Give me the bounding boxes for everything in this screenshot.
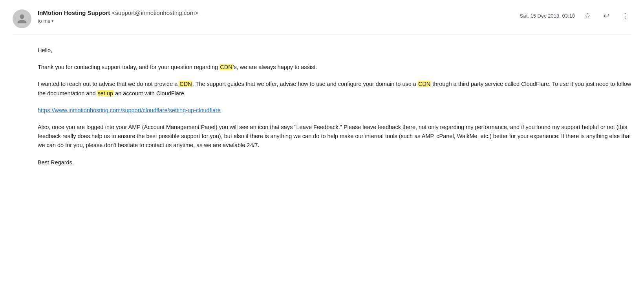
avatar	[13, 9, 31, 28]
reply-button[interactable]: ↩	[600, 9, 613, 22]
more-options-icon: ⋮	[621, 11, 629, 20]
paragraph2: I wanted to reach out to advise that we …	[38, 80, 631, 98]
star-icon: ☆	[584, 11, 591, 20]
email-date: Sat, 15 Dec 2018, 03:10	[520, 13, 575, 19]
star-button[interactable]: ☆	[581, 9, 594, 22]
chevron-down-icon: ▾	[51, 18, 54, 24]
email-header: InMotion Hosting Support <support@inmoti…	[13, 9, 631, 35]
sender-name-line: InMotion Hosting Support <support@inmoti…	[38, 9, 198, 16]
cloudflare-link[interactable]: https://www.inmotionhosting.com/support/…	[38, 107, 221, 113]
greeting-paragraph: Hello,	[38, 46, 631, 55]
header-actions: Sat, 15 Dec 2018, 03:10 ☆ ↩ ⋮	[520, 9, 631, 22]
sender-name: InMotion Hosting Support	[38, 9, 110, 16]
sender-section: InMotion Hosting Support <support@inmoti…	[13, 9, 198, 28]
greeting-text: Hello,	[38, 47, 52, 53]
email-body: Hello, Thank you for contacting support …	[13, 43, 631, 167]
sender-info: InMotion Hosting Support <support@inmoti…	[38, 9, 198, 24]
cdn-highlight-1: CDN	[220, 64, 232, 70]
to-me-dropdown[interactable]: to me ▾	[38, 18, 198, 24]
setup-highlight: set up	[97, 90, 114, 96]
cdn-highlight-3: CDN	[418, 81, 431, 87]
avatar-person-icon	[16, 13, 27, 24]
cdn-highlight-2: CDN	[179, 81, 192, 87]
sender-email: <support@inmotionhosting.com>	[112, 9, 198, 16]
paragraph3: Also, once you are logged into your AMP …	[38, 123, 631, 150]
to-me-label: to me	[38, 18, 51, 24]
closing-paragraph: Best Regards,	[38, 158, 631, 167]
paragraph1: Thank you for contacting support today, …	[38, 63, 631, 72]
reply-icon: ↩	[603, 11, 610, 20]
email-container: InMotion Hosting Support <support@inmoti…	[0, 0, 644, 284]
link-paragraph: https://www.inmotionhosting.com/support/…	[38, 106, 631, 115]
more-options-button[interactable]: ⋮	[619, 9, 631, 22]
